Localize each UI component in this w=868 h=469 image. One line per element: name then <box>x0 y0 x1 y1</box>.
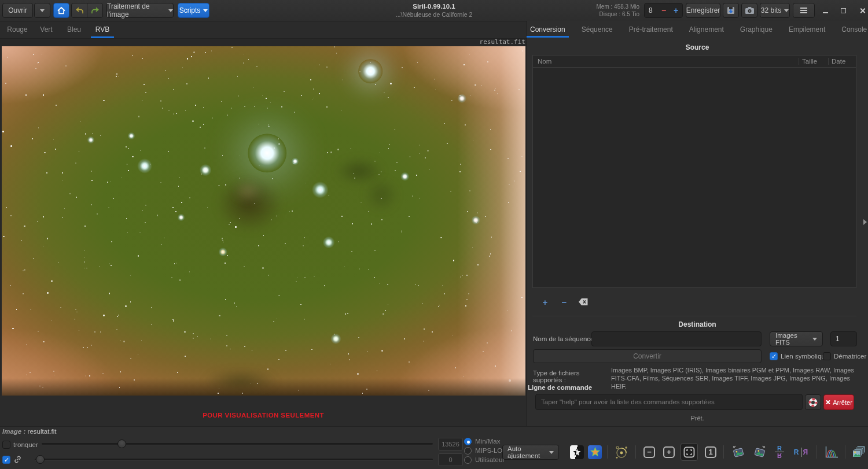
rotate-right-button[interactable] <box>751 443 769 461</box>
add-files-button[interactable]: + <box>539 296 551 308</box>
zoom-in-button[interactable]: + <box>661 443 677 461</box>
toolbar-separator <box>845 445 845 459</box>
radio-minmax[interactable] <box>464 438 472 445</box>
image-canvas[interactable] <box>2 46 525 396</box>
truncate-checkbox[interactable] <box>2 441 10 449</box>
lo-value[interactable]: 0 <box>438 453 463 466</box>
source-file-table[interactable]: Nom Taille Date <box>532 55 856 288</box>
tab-alignement[interactable]: Alignement <box>689 21 724 38</box>
zoom-out-button[interactable]: − <box>641 443 657 461</box>
chain-link-icon <box>13 455 22 466</box>
hi-slider-knob[interactable] <box>117 440 126 448</box>
threads-spinner[interactable]: 8 − + <box>644 3 683 18</box>
lo-slider[interactable] <box>35 459 433 460</box>
panel-collapse-grip[interactable] <box>863 219 867 225</box>
remove-files-button[interactable]: − <box>558 296 571 308</box>
tab-rouge[interactable]: Rouge <box>5 21 30 38</box>
radio-user[interactable] <box>464 456 472 464</box>
debayer-checkbox[interactable] <box>823 352 831 360</box>
maximize-button[interactable] <box>837 5 849 16</box>
lo-slider-knob[interactable] <box>36 455 45 464</box>
bit-depth-dropdown[interactable]: 32 bits <box>760 3 790 18</box>
threads-decrease-button[interactable]: − <box>658 6 670 15</box>
channel-tab-bar: Rouge Vert Bleu RVB <box>0 21 527 39</box>
command-input[interactable] <box>535 394 803 410</box>
zoom-100-button[interactable]: 1 <box>703 443 719 461</box>
scripts-menu-button[interactable]: Scripts <box>178 3 209 18</box>
hi-slider[interactable] <box>42 443 433 445</box>
color-view-button[interactable] <box>587 443 603 461</box>
tab-rvb[interactable]: RVB <box>90 21 115 38</box>
image-processing-menu-button[interactable]: Traitement de l'image <box>106 3 174 18</box>
chevron-down-icon <box>549 451 554 454</box>
destination-section-title: Destination <box>527 320 868 328</box>
flip-vertical-button[interactable]: R R <box>772 443 787 461</box>
rotate-left-icon <box>731 445 746 460</box>
toolbar-separator <box>816 445 816 459</box>
source-section-title: Source <box>527 43 868 51</box>
undo-button[interactable] <box>71 3 87 18</box>
hamburger-menu-button[interactable] <box>793 3 815 18</box>
stop-button[interactable]: Arrêter <box>823 394 854 410</box>
negative-view-button[interactable] <box>569 443 585 461</box>
tab-graphique[interactable]: Graphique <box>740 21 773 38</box>
sequence-list-button[interactable] <box>848 443 868 461</box>
open-recent-button[interactable] <box>34 3 50 18</box>
zoom-out-icon: − <box>643 446 655 458</box>
link-channels-checkbox[interactable] <box>2 456 10 464</box>
hi-value[interactable]: 13526 <box>438 438 463 450</box>
galaxy-icon <box>614 445 629 460</box>
start-index-input[interactable]: 1 <box>830 331 857 346</box>
threads-value[interactable]: 8 <box>645 6 658 14</box>
titlebar: Ouvrir Traitement de l'image <box>0 0 868 21</box>
threads-increase-button[interactable]: + <box>670 6 682 15</box>
symlink-label: Lien symbolique <box>781 353 829 360</box>
convert-button[interactable]: Convertir <box>533 349 762 363</box>
open-button[interactable]: Ouvrir <box>2 3 33 18</box>
chevron-down-icon <box>812 338 817 341</box>
save-button[interactable]: Enregistrer <box>686 3 720 18</box>
histogram-button[interactable] <box>822 443 841 461</box>
column-taille: Taille <box>799 58 828 65</box>
histogram-icon <box>824 445 839 459</box>
toolbar-separator <box>635 445 636 459</box>
astrometry-button[interactable] <box>611 443 632 461</box>
save-as-button[interactable] <box>723 3 739 18</box>
command-help-button[interactable] <box>805 394 821 410</box>
minimize-button[interactable] <box>819 5 832 16</box>
current-image-label: Image : resultat.fit <box>2 427 56 435</box>
rotate-left-button[interactable] <box>729 443 748 461</box>
radio-minmax-label: Min/Max <box>475 438 500 445</box>
image-bottom-strip <box>0 396 527 426</box>
close-button[interactable] <box>856 5 868 16</box>
star-field <box>2 46 525 396</box>
image-filename-label: resultat.fit <box>347 38 525 46</box>
sequence-name-input[interactable] <box>591 331 762 346</box>
output-format-value: Images FITS <box>775 332 810 346</box>
redo-button[interactable] <box>87 3 103 18</box>
clear-list-button[interactable] <box>577 296 590 308</box>
image-stack-icon <box>851 445 866 460</box>
tab-bleu[interactable]: Bleu <box>62 21 86 38</box>
snapshot-button[interactable] <box>741 3 757 18</box>
home-button[interactable] <box>53 3 69 18</box>
tab-console[interactable]: Console <box>841 21 867 38</box>
tab-pretraitement[interactable]: Pré-traitement <box>629 21 673 38</box>
autostretch-dropdown[interactable]: Auto ajustement <box>502 445 559 460</box>
symlink-checkbox[interactable] <box>770 352 778 360</box>
siril-window: Ouvrir Traitement de l'image <box>0 0 868 469</box>
backspace-icon <box>578 298 589 306</box>
output-format-dropdown[interactable]: Images FITS <box>770 331 823 346</box>
flip-horizontal-button[interactable]: R Я <box>792 443 810 461</box>
tab-conversion[interactable]: Conversion <box>530 21 565 38</box>
tab-vert[interactable]: Vert <box>35 21 58 38</box>
zoom-fit-button[interactable] <box>681 443 698 461</box>
debayer-label: Dématricer <box>834 353 866 360</box>
flip-vertical-icon: R R <box>775 446 784 458</box>
tab-sequence[interactable]: Séquence <box>582 21 613 38</box>
disk-label: Disque : 6.5 Tio <box>570 10 639 18</box>
radio-mips[interactable] <box>464 447 472 455</box>
scripts-label: Scripts <box>179 6 201 14</box>
lifebuoy-icon <box>808 397 818 408</box>
tab-empilement[interactable]: Empilement <box>789 21 825 38</box>
